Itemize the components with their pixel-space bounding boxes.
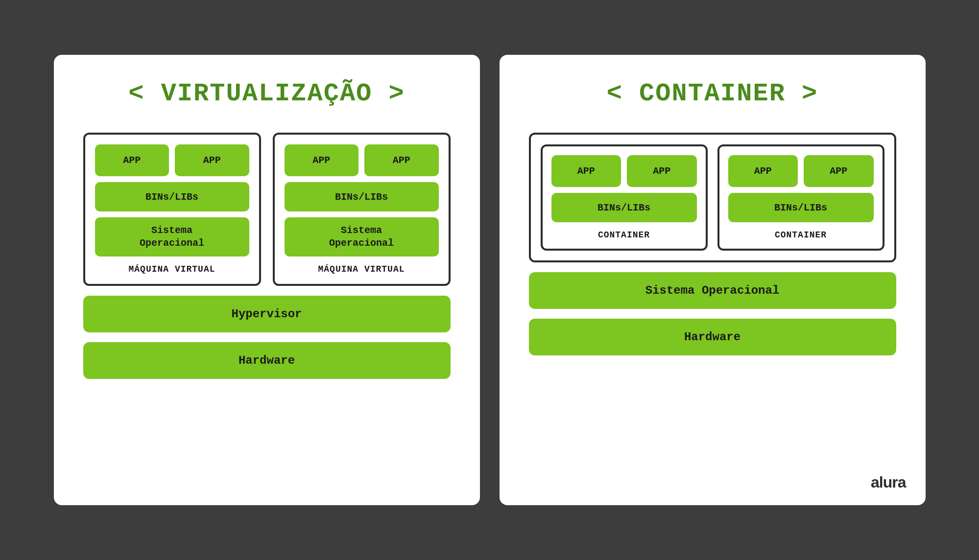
vm2-label: MÁQUINA VIRTUAL [318, 264, 405, 274]
vm2-app2: APP [364, 144, 439, 176]
slides-wrapper: < VIRTUALIZAÇÃO > APP APP BINs/LIBs Sist… [34, 35, 945, 525]
vm1-app1: APP [95, 144, 169, 176]
container-box-1: APP APP BINs/LIBs CONTAINER [541, 144, 708, 251]
c1-bins: BINs/LIBs [551, 193, 697, 222]
virtualizacao-title: < VIRTUALIZAÇÃO > [128, 79, 405, 108]
c1-label: CONTAINER [598, 230, 650, 240]
c2-app2: APP [804, 155, 874, 187]
vm2-app1: APP [285, 144, 359, 176]
virtualizacao-slide: < VIRTUALIZAÇÃO > APP APP BINs/LIBs Sist… [54, 55, 480, 505]
container-box-2: APP APP BINs/LIBs CONTAINER [717, 144, 884, 251]
vm2-bins: BINs/LIBs [285, 182, 439, 211]
hypervisor-block: Hypervisor [83, 296, 451, 332]
container-so-block: Sistema Operacional [529, 272, 896, 309]
vm1-app2: APP [175, 144, 249, 176]
vm1-label: MÁQUINA VIRTUAL [128, 264, 215, 274]
vm1-bins: BINs/LIBs [95, 182, 249, 211]
vm2-apps-row: APP APP [285, 144, 439, 176]
containers-wrapper: APP APP BINs/LIBs CONTAINER APP APP BINs… [529, 133, 896, 262]
vm2-so: SistemaOperacional [285, 217, 439, 257]
virt-hardware-block: Hardware [83, 342, 451, 379]
virtualizacao-diagram: APP APP BINs/LIBs SistemaOperacional MÁQ… [83, 133, 451, 476]
vm1-apps-row: APP APP [95, 144, 249, 176]
vm1-so: SistemaOperacional [95, 217, 249, 257]
c2-apps-row: APP APP [728, 155, 874, 187]
vms-row: APP APP BINs/LIBs SistemaOperacional MÁQ… [83, 133, 451, 286]
container-slide: < CONTAINER > APP APP BINs/LIBs CONTAINE… [500, 55, 926, 505]
container-hardware-block: Hardware [529, 319, 896, 355]
vm-box-1: APP APP BINs/LIBs SistemaOperacional MÁQ… [83, 133, 261, 286]
container-title: < CONTAINER > [607, 79, 818, 108]
c1-app2: APP [627, 155, 697, 187]
c2-bins: BINs/LIBs [728, 193, 874, 222]
container-diagram: APP APP BINs/LIBs CONTAINER APP APP BINs… [529, 133, 896, 476]
c1-apps-row: APP APP [551, 155, 697, 187]
alura-logo: alura [871, 473, 906, 491]
vm-box-2: APP APP BINs/LIBs SistemaOperacional MÁQ… [273, 133, 451, 286]
c2-app1: APP [728, 155, 798, 187]
c2-label: CONTAINER [775, 230, 827, 240]
c1-app1: APP [551, 155, 621, 187]
